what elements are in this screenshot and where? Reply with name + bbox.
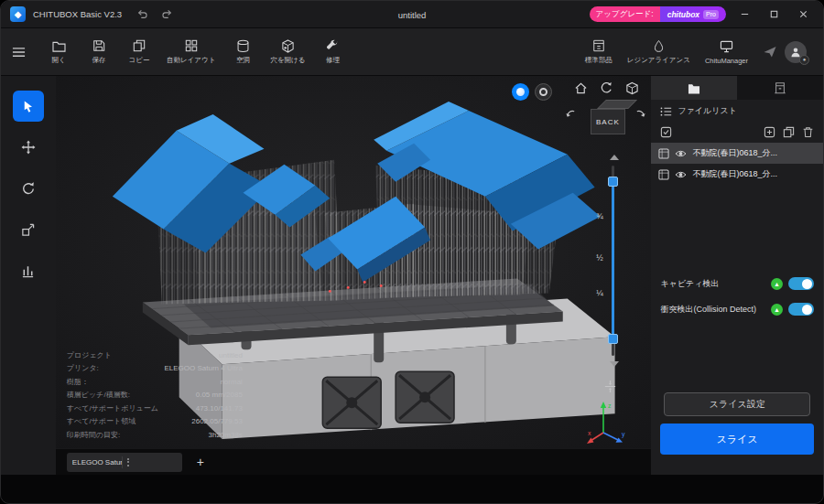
slice-button[interactable]: スライス [660, 424, 814, 455]
window-footer [1, 475, 823, 504]
home-view-icon[interactable] [574, 81, 588, 94]
hollow-button[interactable]: 空洞 [222, 38, 263, 65]
project-info-panel: プロジェクトuntitled プリンタ:ELEGOO Saturn 4 Ultr… [67, 349, 243, 443]
tab-printer[interactable] [737, 76, 823, 100]
slider-down-icon[interactable] [610, 361, 619, 367]
save-icon [92, 38, 105, 53]
slider-active-range [612, 182, 614, 336]
tool-support[interactable] [13, 255, 44, 286]
auto-layout-button[interactable]: 自動レイアウト [159, 38, 222, 65]
3d-viewport[interactable]: プロジェクトuntitled プリンタ:ELEGOO Saturn 4 Ultr… [56, 76, 652, 449]
avatar-badge-icon: ● [799, 55, 809, 65]
minimize-button[interactable] [733, 5, 755, 25]
rotate-view-left-icon[interactable] [565, 109, 577, 121]
main-toolbar: 開く 保存 コピー 自動レイアウト 空洞 穴を開ける 修理 標準 [1, 28, 823, 76]
repair-button[interactable]: 修理 [312, 38, 352, 65]
render-solid-button[interactable] [512, 83, 529, 101]
view-cube[interactable]: BACK [591, 100, 628, 134]
repair-icon [326, 38, 339, 53]
folder-open-icon [52, 38, 66, 53]
upgrade-label: アップグレード: [590, 6, 660, 22]
copy-icon [133, 38, 146, 53]
file-name: 不動院(春日)0618_分... [692, 168, 816, 180]
axes-gizmo: z x y [587, 398, 638, 445]
dig-hole-button[interactable]: 穴を開ける [263, 38, 312, 65]
hollow-icon [236, 38, 250, 53]
collision-detect-label: 衝突検出(Collision Detect) [660, 304, 765, 316]
chitu-manager-icon [720, 39, 733, 54]
slider-up-icon[interactable] [610, 155, 619, 160]
right-panel: ファイルリスト 不動院(春日)0618_分... 不動院(春日)0618_分..… [651, 76, 823, 475]
cavity-detect-label: キャビティ検出 [660, 278, 765, 290]
slider-top-handle[interactable] [608, 177, 618, 187]
visibility-eye-icon[interactable] [675, 149, 687, 158]
tool-sidebar [1, 76, 56, 475]
upgrade-button[interactable]: アップグレード: chituboxPro [590, 6, 726, 22]
tool-scale[interactable] [13, 214, 44, 245]
resin-alliance-icon [653, 38, 665, 53]
feedback-plane-icon[interactable] [763, 45, 777, 59]
kebab-icon[interactable] [122, 456, 177, 468]
perspective-cube-icon[interactable] [625, 81, 639, 95]
svg-text:z: z [608, 402, 612, 409]
upgrade-brand: chitubox [667, 10, 699, 19]
rotate-view-right-icon[interactable] [634, 109, 646, 121]
menu-icon[interactable] [12, 47, 26, 58]
copy-button[interactable]: コピー [119, 38, 159, 65]
dig-hole-icon [281, 38, 295, 53]
file-row[interactable]: 不動院(春日)0618_分... [651, 164, 823, 185]
chitu-manager-button[interactable]: ChituManager [698, 39, 755, 65]
duplicate-file-icon[interactable] [783, 126, 795, 138]
cavity-detect-row: キャビティ検出 ▲ [651, 277, 823, 290]
slider-bottom-handle[interactable] [608, 334, 618, 344]
app-window: ◆ CHITUBOX Basic V2.3 untitled アップグレード: … [0, 0, 824, 504]
list-icon [660, 106, 672, 117]
title-bar: ◆ CHITUBOX Basic V2.3 untitled アップグレード: … [1, 1, 823, 28]
redo-icon[interactable] [161, 8, 173, 20]
user-avatar[interactable]: ● [785, 41, 807, 63]
cavity-status-icon: ▲ [771, 278, 783, 290]
upgrade-pro-chip: Pro [703, 10, 719, 19]
document-title: untitled [398, 9, 427, 19]
render-wire-button[interactable] [535, 83, 552, 101]
tool-move[interactable] [13, 132, 44, 163]
maximize-button[interactable] [763, 5, 785, 25]
collision-detect-toggle[interactable] [788, 303, 814, 316]
plate-bar: ELEGOO Saturn 4 Ultra + [56, 449, 652, 475]
open-button[interactable]: 開く [38, 38, 79, 65]
delete-file-icon[interactable] [802, 126, 814, 138]
app-logo-icon: ◆ [10, 6, 26, 22]
close-button[interactable] [792, 5, 814, 25]
app-title: CHITUBOX Basic V2.3 [33, 9, 122, 19]
z-compress-icon[interactable] [603, 380, 617, 393]
file-list-title: ファイルリスト [678, 105, 736, 117]
auto-layout-icon [185, 38, 198, 53]
save-button[interactable]: 保存 [79, 38, 119, 65]
slider-mark-quarter: ¼ [587, 288, 603, 297]
select-all-icon[interactable] [660, 126, 672, 138]
svg-text:y: y [622, 431, 625, 438]
tool-rotate[interactable] [13, 173, 44, 204]
add-plate-button[interactable]: + [197, 456, 204, 468]
view-cube-front-face[interactable]: BACK [591, 109, 625, 134]
file-name: 不動院(春日)0618_分... [692, 147, 816, 159]
section-range-slider[interactable]: ¾ ½ ¼ [602, 155, 625, 367]
add-file-icon[interactable] [764, 126, 775, 138]
tab-file-list[interactable] [651, 76, 737, 100]
svg-text:x: x [588, 430, 591, 436]
slice-settings-button[interactable]: スライス設定 [664, 392, 810, 416]
model-icon [658, 169, 669, 180]
orbit-icon[interactable] [600, 81, 613, 94]
standard-parts-button[interactable]: 標準部品 [578, 38, 620, 65]
cavity-detect-toggle[interactable] [788, 277, 814, 290]
collision-status-icon: ▲ [771, 304, 783, 316]
tool-select[interactable] [13, 91, 44, 122]
printer-select[interactable]: ELEGOO Saturn 4 Ultra [67, 453, 182, 472]
slider-mark-half: ½ [587, 253, 603, 263]
resin-alliance-button[interactable]: レジンアライアンス [620, 38, 698, 65]
file-row[interactable]: 不動院(春日)0618_分... [651, 143, 823, 164]
model-icon [658, 148, 669, 159]
visibility-eye-icon[interactable] [675, 170, 687, 179]
undo-icon[interactable] [136, 8, 148, 20]
slider-mark-three-quarters: ¾ [587, 211, 603, 220]
